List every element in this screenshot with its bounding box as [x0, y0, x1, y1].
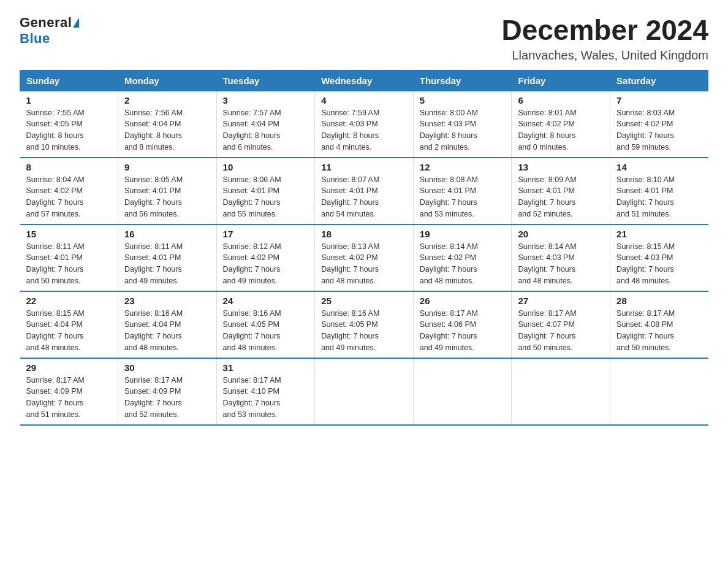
day-info: Sunrise: 7:56 AMSunset: 4:04 PMDaylight:… [124, 107, 210, 153]
day-number: 4 [321, 95, 407, 105]
day-info: Sunrise: 8:13 AMSunset: 4:02 PMDaylight:… [321, 241, 407, 287]
day-info: Sunrise: 8:17 AMSunset: 4:06 PMDaylight:… [420, 308, 506, 354]
calendar-week-row: 15Sunrise: 8:11 AMSunset: 4:01 PMDayligh… [20, 224, 708, 291]
day-number: 21 [616, 229, 702, 239]
calendar-cell: 14Sunrise: 8:10 AMSunset: 4:01 PMDayligh… [610, 158, 708, 224]
day-info: Sunrise: 8:17 AMSunset: 4:07 PMDaylight:… [518, 308, 604, 354]
calendar-cell: 20Sunrise: 8:14 AMSunset: 4:03 PMDayligh… [512, 224, 610, 291]
calendar-cell: 26Sunrise: 8:17 AMSunset: 4:06 PMDayligh… [413, 291, 512, 358]
calendar-cell: 27Sunrise: 8:17 AMSunset: 4:07 PMDayligh… [512, 291, 610, 358]
day-info: Sunrise: 8:12 AMSunset: 4:02 PMDaylight:… [223, 241, 309, 287]
day-number: 18 [321, 229, 407, 239]
day-number: 29 [26, 362, 112, 373]
day-info: Sunrise: 8:03 AMSunset: 4:02 PMDaylight:… [616, 107, 702, 153]
title-section: December 2024 Llanvaches, Wales, United … [501, 15, 708, 63]
day-info: Sunrise: 8:06 AMSunset: 4:01 PMDaylight:… [223, 174, 309, 220]
day-info: Sunrise: 8:11 AMSunset: 4:01 PMDaylight:… [26, 241, 112, 287]
day-number: 23 [124, 296, 210, 306]
calendar-cell: 15Sunrise: 8:11 AMSunset: 4:01 PMDayligh… [20, 224, 118, 291]
calendar-cell: 13Sunrise: 8:09 AMSunset: 4:01 PMDayligh… [512, 158, 610, 224]
day-number: 31 [223, 362, 309, 373]
weekday-header-wednesday: Wednesday [315, 70, 414, 91]
calendar-cell: 8Sunrise: 8:04 AMSunset: 4:02 PMDaylight… [20, 158, 118, 224]
day-number: 3 [223, 95, 309, 105]
day-number: 30 [124, 362, 210, 373]
day-info: Sunrise: 8:16 AMSunset: 4:05 PMDaylight:… [223, 308, 309, 354]
day-info: Sunrise: 8:15 AMSunset: 4:04 PMDaylight:… [26, 308, 112, 354]
weekday-header-saturday: Saturday [610, 70, 708, 91]
day-info: Sunrise: 7:57 AMSunset: 4:04 PMDaylight:… [223, 107, 309, 153]
calendar-cell: 31Sunrise: 8:17 AMSunset: 4:10 PMDayligh… [216, 358, 315, 425]
logo-general-text: General [20, 15, 72, 31]
day-info: Sunrise: 8:16 AMSunset: 4:05 PMDaylight:… [321, 308, 407, 354]
day-number: 27 [518, 296, 604, 306]
calendar-cell: 3Sunrise: 7:57 AMSunset: 4:04 PMDaylight… [216, 91, 315, 158]
calendar-cell: 9Sunrise: 8:05 AMSunset: 4:01 PMDaylight… [118, 158, 216, 224]
day-info: Sunrise: 8:17 AMSunset: 4:10 PMDaylight:… [223, 375, 309, 421]
day-number: 2 [124, 95, 210, 105]
day-number: 10 [223, 162, 309, 172]
calendar-cell: 30Sunrise: 8:17 AMSunset: 4:09 PMDayligh… [118, 358, 216, 425]
day-info: Sunrise: 8:14 AMSunset: 4:03 PMDaylight:… [518, 241, 604, 287]
calendar-cell [315, 358, 414, 425]
day-info: Sunrise: 8:07 AMSunset: 4:01 PMDaylight:… [321, 174, 407, 220]
day-number: 26 [420, 296, 506, 306]
day-info: Sunrise: 8:00 AMSunset: 4:03 PMDaylight:… [420, 107, 506, 153]
calendar-week-row: 8Sunrise: 8:04 AMSunset: 4:02 PMDaylight… [20, 158, 708, 224]
calendar-cell: 16Sunrise: 8:11 AMSunset: 4:01 PMDayligh… [118, 224, 216, 291]
logo-blue-text: Blue [20, 31, 50, 47]
day-info: Sunrise: 8:16 AMSunset: 4:04 PMDaylight:… [124, 308, 210, 354]
calendar-cell: 25Sunrise: 8:16 AMSunset: 4:05 PMDayligh… [315, 291, 414, 358]
calendar-table: SundayMondayTuesdayWednesdayThursdayFrid… [20, 70, 708, 426]
day-info: Sunrise: 8:17 AMSunset: 4:09 PMDaylight:… [26, 375, 112, 421]
day-number: 19 [420, 229, 506, 239]
day-number: 28 [616, 296, 702, 306]
weekday-header-friday: Friday [512, 70, 610, 91]
calendar-cell: 6Sunrise: 8:01 AMSunset: 4:02 PMDaylight… [512, 91, 610, 158]
day-number: 12 [420, 162, 506, 172]
day-info: Sunrise: 8:04 AMSunset: 4:02 PMDaylight:… [26, 174, 112, 220]
weekday-header-thursday: Thursday [413, 70, 512, 91]
calendar-cell: 5Sunrise: 8:00 AMSunset: 4:03 PMDaylight… [413, 91, 512, 158]
day-info: Sunrise: 8:17 AMSunset: 4:09 PMDaylight:… [124, 375, 210, 421]
weekday-header-sunday: Sunday [20, 70, 118, 91]
page-title: December 2024 [501, 15, 708, 46]
calendar-cell: 10Sunrise: 8:06 AMSunset: 4:01 PMDayligh… [216, 158, 315, 224]
calendar-cell: 4Sunrise: 7:59 AMSunset: 4:03 PMDaylight… [315, 91, 414, 158]
day-info: Sunrise: 8:10 AMSunset: 4:01 PMDaylight:… [616, 174, 702, 220]
day-number: 6 [518, 95, 604, 105]
day-number: 15 [26, 229, 112, 239]
calendar-week-row: 22Sunrise: 8:15 AMSunset: 4:04 PMDayligh… [20, 291, 708, 358]
page-subtitle: Llanvaches, Wales, United Kingdom [501, 48, 708, 63]
day-number: 1 [26, 95, 112, 105]
day-number: 14 [616, 162, 702, 172]
day-info: Sunrise: 8:09 AMSunset: 4:01 PMDaylight:… [518, 174, 604, 220]
day-number: 25 [321, 296, 407, 306]
calendar-cell: 29Sunrise: 8:17 AMSunset: 4:09 PMDayligh… [20, 358, 118, 425]
day-info: Sunrise: 8:17 AMSunset: 4:08 PMDaylight:… [616, 308, 702, 354]
calendar-cell: 23Sunrise: 8:16 AMSunset: 4:04 PMDayligh… [118, 291, 216, 358]
calendar-cell: 2Sunrise: 7:56 AMSunset: 4:04 PMDaylight… [118, 91, 216, 158]
day-info: Sunrise: 8:01 AMSunset: 4:02 PMDaylight:… [518, 107, 604, 153]
day-number: 20 [518, 229, 604, 239]
calendar-cell [610, 358, 708, 425]
calendar-cell: 21Sunrise: 8:15 AMSunset: 4:03 PMDayligh… [610, 224, 708, 291]
logo-triangle-icon [73, 18, 79, 28]
calendar-cell: 24Sunrise: 8:16 AMSunset: 4:05 PMDayligh… [216, 291, 315, 358]
day-info: Sunrise: 8:14 AMSunset: 4:02 PMDaylight:… [420, 241, 506, 287]
calendar-week-row: 29Sunrise: 8:17 AMSunset: 4:09 PMDayligh… [20, 358, 708, 425]
day-number: 11 [321, 162, 407, 172]
calendar-week-row: 1Sunrise: 7:55 AMSunset: 4:05 PMDaylight… [20, 91, 708, 158]
day-info: Sunrise: 7:59 AMSunset: 4:03 PMDaylight:… [321, 107, 407, 153]
calendar-cell [512, 358, 610, 425]
calendar-cell: 1Sunrise: 7:55 AMSunset: 4:05 PMDaylight… [20, 91, 118, 158]
day-info: Sunrise: 8:08 AMSunset: 4:01 PMDaylight:… [420, 174, 506, 220]
calendar-cell: 22Sunrise: 8:15 AMSunset: 4:04 PMDayligh… [20, 291, 118, 358]
calendar-cell [413, 358, 512, 425]
day-number: 13 [518, 162, 604, 172]
page-header: General Blue December 2024 Llanvaches, W… [20, 15, 708, 63]
weekday-header-monday: Monday [118, 70, 216, 91]
day-number: 17 [223, 229, 309, 239]
weekday-header-row: SundayMondayTuesdayWednesdayThursdayFrid… [20, 70, 708, 91]
calendar-cell: 7Sunrise: 8:03 AMSunset: 4:02 PMDaylight… [610, 91, 708, 158]
